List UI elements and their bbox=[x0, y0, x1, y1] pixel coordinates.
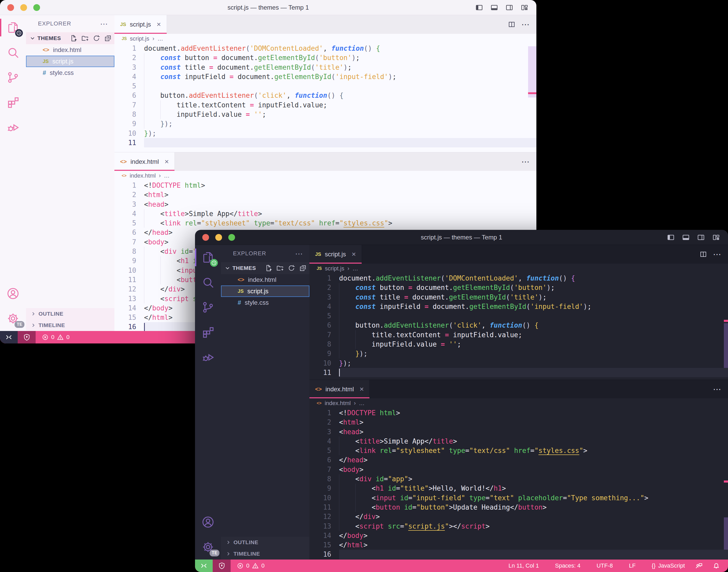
collapse-folders-icon[interactable] bbox=[104, 34, 112, 42]
code-line[interactable]: 8 inputField.value = ''; bbox=[115, 110, 536, 119]
outline-section[interactable]: OUTLINE bbox=[26, 308, 115, 319]
code-line[interactable]: 5 <link rel="stylesheet" type="text/css"… bbox=[309, 446, 728, 455]
code-line[interactable]: 4 const inputField = document.getElement… bbox=[309, 302, 728, 311]
encoding-status[interactable]: UTF-8 bbox=[597, 562, 613, 569]
code-line[interactable]: 2<html> bbox=[309, 418, 728, 427]
code-line[interactable]: 2 const button = document.getElementById… bbox=[115, 53, 536, 62]
tab-script-js[interactable]: JS script.js × bbox=[115, 15, 167, 34]
explorer-icon[interactable] bbox=[195, 245, 221, 270]
run-debug-icon[interactable] bbox=[0, 115, 26, 140]
code-line[interactable]: 11 bbox=[115, 138, 536, 147]
workspace-trust-icon[interactable] bbox=[18, 331, 35, 344]
eol-status[interactable]: LF bbox=[629, 562, 636, 569]
code-line[interactable]: 11 bbox=[309, 368, 728, 377]
file-item-index-html[interactable]: <> index.html bbox=[221, 274, 309, 285]
code-line[interactable]: 10 <input id="input-field" type="text" p… bbox=[309, 493, 728, 503]
code-line[interactable]: 4 <title>Simple App</title> bbox=[309, 437, 728, 446]
file-item-style-css[interactable]: # style.css bbox=[26, 67, 115, 78]
toggle-panel-icon[interactable] bbox=[490, 4, 498, 11]
accounts-icon[interactable] bbox=[195, 510, 221, 534]
code-line[interactable]: 5 <link rel="stylesheet" type="text/css"… bbox=[115, 218, 536, 228]
problems-status[interactable]: 0 0 bbox=[237, 562, 265, 569]
editor-more-icon[interactable]: ⋯ bbox=[713, 384, 721, 394]
customize-layout-icon[interactable] bbox=[712, 233, 720, 241]
explorer-more-icon[interactable]: ⋯ bbox=[295, 249, 303, 258]
code-line[interactable]: 8 inputField.value = ''; bbox=[309, 340, 728, 349]
code-line[interactable]: 1<!DOCTYPE html> bbox=[115, 181, 536, 190]
timeline-section[interactable]: TIMELINE bbox=[26, 319, 115, 331]
workspace-trust-icon[interactable] bbox=[213, 560, 231, 572]
code-line[interactable]: 6 button.addEventListener('click', funct… bbox=[309, 320, 728, 330]
run-debug-icon[interactable] bbox=[195, 345, 221, 370]
file-item-index-html[interactable]: <> index.html bbox=[26, 44, 115, 56]
problems-status[interactable]: 0 0 bbox=[42, 334, 70, 341]
code-line[interactable]: 9 }); bbox=[115, 119, 536, 129]
source-control-icon[interactable] bbox=[195, 295, 221, 320]
code-line[interactable]: 8 <div id="app"> bbox=[309, 474, 728, 484]
explorer-more-icon[interactable]: ⋯ bbox=[100, 19, 108, 28]
code-line[interactable]: 5 bbox=[115, 81, 536, 91]
timeline-section[interactable]: TIMELINE bbox=[221, 548, 309, 560]
settings-gear-icon[interactable]: TE bbox=[0, 306, 26, 331]
code-line[interactable]: 9 }); bbox=[309, 349, 728, 358]
breadcrumb[interactable]: JS script.js › … bbox=[309, 264, 728, 274]
code-line[interactable]: 4 const inputField = document.getElement… bbox=[115, 72, 536, 81]
code-line[interactable]: 1document.addEventListener('DOMContentLo… bbox=[309, 274, 728, 283]
code-editor-script-js[interactable]: 1document.addEventListener('DOMContentLo… bbox=[309, 274, 728, 379]
close-tab-icon[interactable]: × bbox=[352, 250, 356, 259]
extensions-icon[interactable] bbox=[0, 90, 26, 115]
breadcrumb[interactable]: <> index.html › … bbox=[115, 171, 536, 181]
code-line[interactable]: 1document.addEventListener('DOMContentLo… bbox=[115, 44, 536, 53]
code-line[interactable]: 16 bbox=[309, 550, 728, 559]
code-line[interactable]: 9 <h1 id="title">Hello, World!</h1> bbox=[309, 484, 728, 493]
cursor-position-status[interactable]: Ln 11, Col 1 bbox=[509, 562, 539, 569]
code-line[interactable]: 6</head> bbox=[309, 455, 728, 464]
feedback-icon[interactable] bbox=[695, 562, 703, 570]
refresh-explorer-icon[interactable] bbox=[288, 264, 295, 272]
code-line[interactable]: 3<head> bbox=[115, 200, 536, 209]
editor-more-icon[interactable]: ⋯ bbox=[713, 249, 721, 259]
code-editor-index-html[interactable]: 1<!DOCTYPE html>2<html>3<head>4 <title>S… bbox=[309, 408, 728, 560]
toggle-secondary-sidebar-icon[interactable] bbox=[505, 4, 513, 11]
new-file-icon[interactable] bbox=[70, 34, 77, 42]
indentation-status[interactable]: Spaces: 4 bbox=[555, 562, 581, 569]
breadcrumb[interactable]: JS script.js › … bbox=[115, 34, 536, 44]
split-editor-icon[interactable] bbox=[508, 20, 516, 28]
code-line[interactable]: 7 title.textContent = inputField.value; bbox=[115, 100, 536, 110]
tab-index-html[interactable]: <> index.html × bbox=[115, 152, 175, 171]
close-tab-icon[interactable]: × bbox=[360, 385, 364, 394]
title-bar[interactable]: script.js — themes — Temp 1 bbox=[195, 230, 728, 245]
code-line[interactable]: 3 const title = document.getElementById(… bbox=[115, 63, 536, 72]
folder-section-header[interactable]: THEMES bbox=[26, 32, 115, 44]
code-line[interactable]: 10}); bbox=[309, 359, 728, 368]
file-item-style-css[interactable]: # style.css bbox=[221, 297, 309, 308]
notifications-bell-icon[interactable] bbox=[712, 562, 720, 570]
close-window-button[interactable] bbox=[7, 4, 14, 11]
minimize-window-button[interactable] bbox=[215, 234, 222, 241]
close-tab-icon[interactable]: × bbox=[157, 20, 161, 28]
new-folder-icon[interactable] bbox=[81, 34, 89, 42]
split-editor-icon[interactable] bbox=[700, 251, 707, 258]
code-line[interactable]: 10}); bbox=[115, 129, 536, 138]
code-editor-script-js[interactable]: 1document.addEventListener('DOMContentLo… bbox=[115, 44, 536, 152]
language-status[interactable]: {} JavaScript bbox=[652, 562, 685, 569]
explorer-icon[interactable] bbox=[0, 15, 26, 40]
editor-more-icon[interactable]: ⋯ bbox=[521, 19, 530, 29]
file-item-script-js[interactable]: JS script.js bbox=[221, 285, 309, 297]
collapse-folders-icon[interactable] bbox=[299, 264, 307, 272]
code-line[interactable]: 3<head> bbox=[309, 427, 728, 437]
code-line[interactable]: 7 title.textContent = inputField.value; bbox=[309, 330, 728, 340]
code-line[interactable]: 2 const button = document.getElementById… bbox=[309, 283, 728, 292]
code-line[interactable]: 11 <button id="button">Update Heading</b… bbox=[309, 503, 728, 512]
customize-layout-icon[interactable] bbox=[520, 4, 528, 11]
zoom-window-button[interactable] bbox=[33, 4, 40, 11]
code-line[interactable]: 15</html> bbox=[309, 540, 728, 550]
folder-section-header[interactable]: THEMES bbox=[221, 262, 309, 274]
code-line[interactable]: 13 <script src="script.js"></script> bbox=[309, 521, 728, 531]
code-line[interactable]: 12 </div> bbox=[309, 512, 728, 521]
code-line[interactable]: 6 button.addEventListener('click', funct… bbox=[115, 91, 536, 100]
code-line[interactable]: 2<html> bbox=[115, 190, 536, 199]
search-icon[interactable] bbox=[195, 270, 221, 295]
code-line[interactable]: 3 const title = document.getElementById(… bbox=[309, 292, 728, 302]
editor-more-icon[interactable]: ⋯ bbox=[521, 157, 530, 167]
